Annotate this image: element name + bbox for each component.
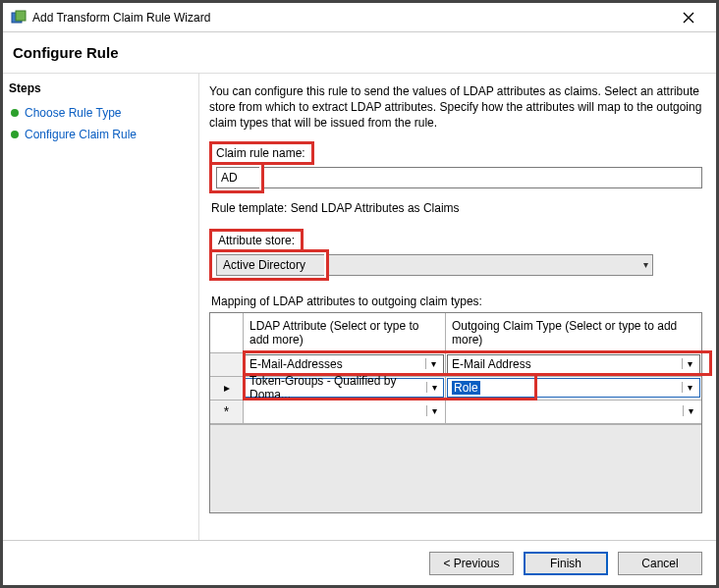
step-label: Choose Rule Type [25, 106, 122, 120]
ldap-attribute-cell[interactable]: Token-Groups - Qualified by Doma... ▾ [245, 378, 444, 398]
chevron-down-icon: ▾ [682, 382, 697, 393]
step-configure-claim-rule[interactable]: Configure Claim Rule [9, 125, 193, 144]
steps-heading: Steps [9, 81, 193, 95]
mapping-label: Mapping of LDAP attributes to outgoing c… [211, 294, 702, 308]
row-selector[interactable]: * [210, 401, 244, 423]
outgoing-claim-cell[interactable]: Role ▾ [447, 378, 700, 398]
outgoing-claim-cell[interactable]: E-Mail Address ▾ [447, 354, 700, 374]
claim-rule-name-label: Claim rule name: [216, 146, 305, 160]
chevron-down-icon: ▾ [683, 405, 698, 416]
grid-row: ▸ Token-Groups - Qualified by Doma... ▾ … [210, 377, 701, 401]
outgoing-claim-cell[interactable]: ▾ [447, 401, 700, 421]
svg-rect-1 [16, 11, 26, 21]
page-header: Configure Rule [3, 32, 716, 74]
description-text: You can configure this rule to send the … [209, 83, 702, 132]
step-bullet-icon [11, 131, 19, 138]
attribute-store-select-ext[interactable]: ▾ [329, 254, 653, 276]
attribute-store-label: Attribute store: [218, 234, 295, 247]
cell-value: Role [452, 381, 480, 395]
grid-empty-area [210, 424, 701, 512]
wizard-footer: < Previous Finish Cancel [3, 540, 716, 585]
attribute-store-group: Attribute store: Active Directory ▾ [209, 229, 702, 281]
window-title: Add Transform Claim Rule Wizard [32, 11, 669, 25]
mapping-grid-wrap: LDAP Attribute (Select or type to add mo… [209, 312, 702, 513]
attribute-store-value: Active Directory [223, 258, 305, 272]
cell-value: Token-Groups - Qualified by Doma... [249, 374, 426, 401]
grid-header-ldap: LDAP Attribute (Select or type to add mo… [244, 313, 446, 352]
wizard-window: Add Transform Claim Rule Wizard Configur… [0, 0, 719, 588]
chevron-down-icon: ▾ [643, 259, 648, 270]
grid-row: * ▾ ▾ [210, 401, 701, 424]
rule-template-text: Rule template: Send LDAP Attributes as C… [211, 201, 702, 215]
cell-value: E-Mail Address [452, 357, 531, 371]
chevron-down-icon: ▾ [682, 358, 697, 369]
steps-sidebar: Steps Choose Rule Type Configure Claim R… [3, 74, 199, 540]
row-selector[interactable] [210, 353, 244, 376]
claim-rule-name-input-ext[interactable] [264, 167, 702, 188]
previous-button[interactable]: < Previous [429, 552, 514, 575]
page-title: Configure Rule [13, 44, 706, 61]
claim-rule-name-group: Claim rule name: [209, 141, 702, 193]
titlebar: Add Transform Claim Rule Wizard [3, 3, 716, 32]
attribute-store-select[interactable]: Active Directory [216, 254, 324, 276]
finish-button[interactable]: Finish [524, 552, 608, 575]
content-pane: You can configure this rule to send the … [199, 74, 716, 540]
chevron-down-icon: ▾ [426, 405, 442, 416]
cancel-button[interactable]: Cancel [618, 552, 702, 575]
chevron-down-icon: ▾ [426, 382, 441, 393]
chevron-down-icon: ▾ [425, 358, 441, 369]
step-label: Configure Claim Rule [25, 128, 137, 141]
row-selector[interactable]: ▸ [210, 377, 244, 400]
app-icon [11, 10, 27, 26]
grid-header-claim: Outgoing Claim Type (Select or type to a… [446, 313, 701, 352]
step-bullet-icon [11, 109, 19, 117]
cell-value: E-Mail-Addresses [249, 357, 343, 371]
ldap-attribute-cell[interactable]: E-Mail-Addresses ▾ [245, 354, 444, 374]
grid-header: LDAP Attribute (Select or type to add mo… [210, 313, 701, 353]
ldap-attribute-cell[interactable]: ▾ [245, 401, 444, 421]
step-choose-rule-type[interactable]: Choose Rule Type [9, 103, 193, 123]
mapping-grid: LDAP Attribute (Select or type to add mo… [209, 312, 702, 513]
claim-rule-name-input[interactable] [216, 167, 259, 188]
close-button[interactable] [669, 4, 708, 31]
